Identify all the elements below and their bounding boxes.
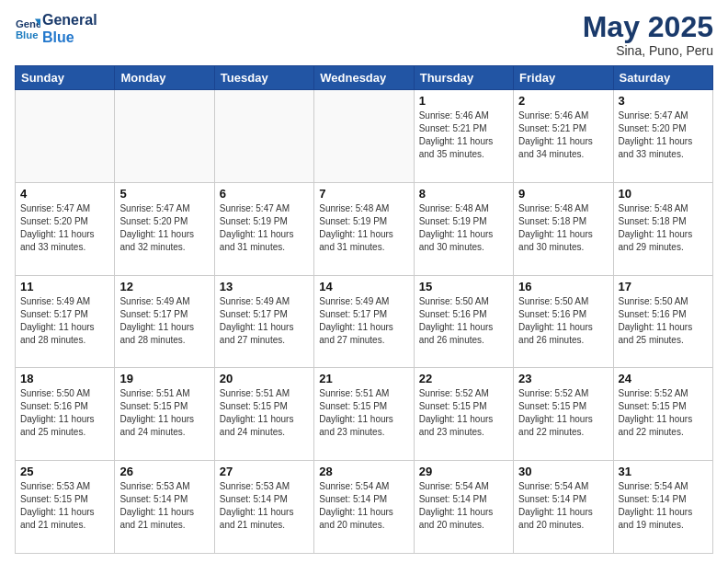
calendar-cell: 4Sunrise: 5:47 AM Sunset: 5:20 PM Daylig…	[16, 182, 115, 275]
day-number: 6	[220, 187, 309, 201]
week-row-5: 25Sunrise: 5:53 AM Sunset: 5:15 PM Dayli…	[16, 461, 713, 554]
day-info: Sunrise: 5:50 AM Sunset: 5:16 PM Dayligh…	[20, 387, 109, 439]
day-number: 25	[20, 465, 109, 478]
day-info: Sunrise: 5:53 AM Sunset: 5:15 PM Dayligh…	[20, 480, 109, 532]
calendar-cell: 30Sunrise: 5:54 AM Sunset: 5:14 PM Dayli…	[514, 461, 613, 554]
day-info: Sunrise: 5:49 AM Sunset: 5:17 PM Dayligh…	[220, 295, 309, 347]
week-row-2: 4Sunrise: 5:47 AM Sunset: 5:20 PM Daylig…	[16, 182, 713, 275]
day-info: Sunrise: 5:50 AM Sunset: 5:16 PM Dayligh…	[619, 295, 708, 347]
day-number: 3	[619, 94, 708, 108]
svg-text:Blue: Blue	[16, 29, 39, 40]
day-info: Sunrise: 5:47 AM Sunset: 5:19 PM Dayligh…	[220, 202, 309, 254]
calendar-cell: 13Sunrise: 5:49 AM Sunset: 5:17 PM Dayli…	[214, 275, 313, 368]
week-row-3: 11Sunrise: 5:49 AM Sunset: 5:17 PM Dayli…	[16, 275, 713, 368]
logo-general: General	[42, 11, 97, 29]
week-row-1: 1Sunrise: 5:46 AM Sunset: 5:21 PM Daylig…	[16, 90, 713, 183]
day-info: Sunrise: 5:52 AM Sunset: 5:15 PM Dayligh…	[518, 387, 608, 439]
day-info: Sunrise: 5:53 AM Sunset: 5:14 PM Dayligh…	[220, 480, 309, 532]
calendar-cell: 31Sunrise: 5:54 AM Sunset: 5:14 PM Dayli…	[613, 461, 712, 554]
day-info: Sunrise: 5:48 AM Sunset: 5:18 PM Dayligh…	[518, 202, 608, 254]
calendar-cell: 20Sunrise: 5:51 AM Sunset: 5:15 PM Dayli…	[214, 368, 313, 461]
location-subtitle: Sina, Puno, Peru	[583, 43, 713, 58]
calendar-cell: 28Sunrise: 5:54 AM Sunset: 5:14 PM Dayli…	[314, 461, 414, 554]
calendar-cell: 15Sunrise: 5:50 AM Sunset: 5:16 PM Dayli…	[414, 275, 513, 368]
calendar-cell: 21Sunrise: 5:51 AM Sunset: 5:15 PM Dayli…	[314, 368, 414, 461]
day-info: Sunrise: 5:46 AM Sunset: 5:21 PM Dayligh…	[518, 109, 608, 161]
day-number: 18	[20, 372, 109, 385]
calendar-cell: 18Sunrise: 5:50 AM Sunset: 5:16 PM Dayli…	[16, 368, 115, 461]
day-number: 27	[220, 465, 309, 478]
day-info: Sunrise: 5:49 AM Sunset: 5:17 PM Dayligh…	[119, 295, 209, 347]
calendar-cell: 7Sunrise: 5:48 AM Sunset: 5:19 PM Daylig…	[314, 182, 414, 275]
day-info: Sunrise: 5:54 AM Sunset: 5:14 PM Dayligh…	[319, 480, 408, 532]
calendar-cell: 17Sunrise: 5:50 AM Sunset: 5:16 PM Dayli…	[613, 275, 712, 368]
day-info: Sunrise: 5:50 AM Sunset: 5:16 PM Dayligh…	[419, 295, 508, 347]
day-info: Sunrise: 5:47 AM Sunset: 5:20 PM Dayligh…	[20, 202, 109, 254]
logo: General Blue General Blue	[15, 11, 97, 46]
calendar-cell: 9Sunrise: 5:48 AM Sunset: 5:18 PM Daylig…	[514, 182, 613, 275]
weekday-header-friday: Friday	[514, 66, 613, 90]
weekday-header-tuesday: Tuesday	[214, 66, 313, 90]
calendar-cell: 23Sunrise: 5:52 AM Sunset: 5:15 PM Dayli…	[514, 368, 613, 461]
calendar-cell: 6Sunrise: 5:47 AM Sunset: 5:19 PM Daylig…	[214, 182, 313, 275]
day-info: Sunrise: 5:54 AM Sunset: 5:14 PM Dayligh…	[619, 480, 708, 532]
day-number: 14	[319, 280, 408, 293]
calendar-cell	[16, 90, 115, 183]
calendar-cell: 22Sunrise: 5:52 AM Sunset: 5:15 PM Dayli…	[414, 368, 513, 461]
calendar-cell: 8Sunrise: 5:48 AM Sunset: 5:19 PM Daylig…	[414, 182, 513, 275]
weekday-header-wednesday: Wednesday	[314, 66, 414, 90]
weekday-header-thursday: Thursday	[414, 66, 513, 90]
calendar-cell: 1Sunrise: 5:46 AM Sunset: 5:21 PM Daylig…	[414, 90, 513, 183]
day-number: 13	[220, 280, 309, 293]
day-number: 8	[419, 187, 508, 201]
calendar-cell	[115, 90, 214, 183]
day-info: Sunrise: 5:48 AM Sunset: 5:19 PM Dayligh…	[419, 202, 508, 254]
day-info: Sunrise: 5:51 AM Sunset: 5:15 PM Dayligh…	[119, 387, 209, 439]
calendar-cell: 3Sunrise: 5:47 AM Sunset: 5:20 PM Daylig…	[613, 90, 712, 183]
day-info: Sunrise: 5:54 AM Sunset: 5:14 PM Dayligh…	[518, 480, 608, 532]
day-number: 30	[518, 465, 608, 478]
calendar-cell: 16Sunrise: 5:50 AM Sunset: 5:16 PM Dayli…	[514, 275, 613, 368]
day-number: 1	[419, 94, 508, 108]
day-number: 16	[518, 280, 608, 293]
day-info: Sunrise: 5:54 AM Sunset: 5:14 PM Dayligh…	[419, 480, 508, 532]
calendar-table: SundayMondayTuesdayWednesdayThursdayFrid…	[15, 65, 713, 554]
day-number: 31	[619, 465, 708, 478]
weekday-header-sunday: Sunday	[16, 66, 115, 90]
day-info: Sunrise: 5:48 AM Sunset: 5:19 PM Dayligh…	[319, 202, 408, 254]
month-title: May 2025	[583, 11, 713, 43]
calendar-cell: 27Sunrise: 5:53 AM Sunset: 5:14 PM Dayli…	[214, 461, 313, 554]
calendar-cell: 26Sunrise: 5:53 AM Sunset: 5:14 PM Dayli…	[115, 461, 214, 554]
calendar-cell: 2Sunrise: 5:46 AM Sunset: 5:21 PM Daylig…	[514, 90, 613, 183]
day-number: 9	[518, 187, 608, 201]
logo-blue: Blue	[42, 29, 97, 46]
day-number: 20	[220, 372, 309, 385]
day-info: Sunrise: 5:51 AM Sunset: 5:15 PM Dayligh…	[319, 387, 408, 439]
day-info: Sunrise: 5:52 AM Sunset: 5:15 PM Dayligh…	[419, 387, 508, 439]
day-number: 15	[419, 280, 508, 293]
day-number: 4	[20, 187, 109, 201]
day-number: 19	[119, 372, 209, 385]
day-info: Sunrise: 5:50 AM Sunset: 5:16 PM Dayligh…	[518, 295, 608, 347]
day-info: Sunrise: 5:48 AM Sunset: 5:18 PM Dayligh…	[619, 202, 708, 254]
calendar-cell: 19Sunrise: 5:51 AM Sunset: 5:15 PM Dayli…	[115, 368, 214, 461]
day-number: 23	[518, 372, 608, 385]
calendar-cell: 10Sunrise: 5:48 AM Sunset: 5:18 PM Dayli…	[613, 182, 712, 275]
day-number: 26	[119, 465, 209, 478]
title-block: May 2025 Sina, Puno, Peru	[583, 11, 713, 58]
day-number: 28	[319, 465, 408, 478]
day-info: Sunrise: 5:52 AM Sunset: 5:15 PM Dayligh…	[619, 387, 708, 439]
calendar-cell: 25Sunrise: 5:53 AM Sunset: 5:15 PM Dayli…	[16, 461, 115, 554]
day-number: 7	[319, 187, 408, 201]
day-number: 5	[119, 187, 209, 201]
day-number: 10	[619, 187, 708, 201]
header: General Blue General Blue May 2025 Sina,…	[15, 11, 713, 58]
calendar-cell	[314, 90, 414, 183]
day-number: 22	[419, 372, 508, 385]
calendar-cell: 11Sunrise: 5:49 AM Sunset: 5:17 PM Dayli…	[16, 275, 115, 368]
day-number: 29	[419, 465, 508, 478]
calendar-cell: 14Sunrise: 5:49 AM Sunset: 5:17 PM Dayli…	[314, 275, 414, 368]
logo-icon: General Blue	[15, 16, 40, 41]
calendar-cell: 24Sunrise: 5:52 AM Sunset: 5:15 PM Dayli…	[613, 368, 712, 461]
page: General Blue General Blue May 2025 Sina,…	[0, 0, 728, 563]
